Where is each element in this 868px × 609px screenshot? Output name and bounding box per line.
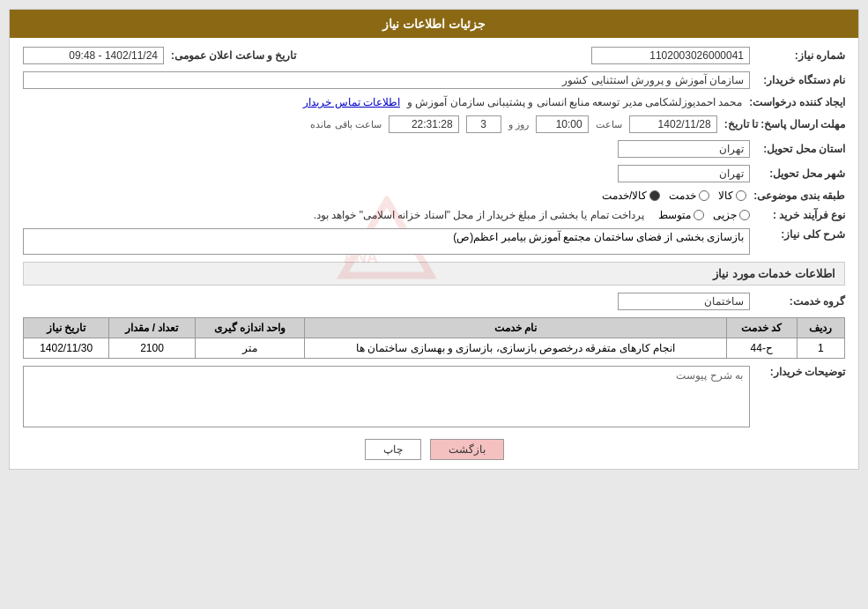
- table-cell-row_num: 1: [797, 338, 844, 359]
- radio-kala-khedmat: [649, 190, 660, 201]
- buyer-notes-container: به شرح پیوست: [23, 366, 750, 430]
- creator-row: ایجاد کننده درخواست: محمد احمدیوزلشکامی …: [23, 96, 845, 108]
- need-number-value: 1102003026000041: [591, 47, 750, 64]
- process-option-jozi: جزیی: [713, 209, 750, 221]
- org-name-label: نام دستگاه خریدار:: [757, 74, 845, 86]
- org-name-value: سازمان آموزش و پرورش استثنایی کشور: [23, 71, 750, 89]
- buyer-notes-row: توضیحات خریدار: به شرح پیوست: [23, 366, 845, 430]
- col-quantity: تعداد / مقدار: [109, 318, 195, 338]
- table-row: 1ح-44انجام کارهای متفرقه درخصوص بازسازی،…: [24, 338, 845, 359]
- table-cell-unit: متر: [195, 338, 305, 359]
- print-button[interactable]: چاپ: [365, 439, 421, 460]
- table-cell-date: 1402/11/30: [24, 338, 109, 359]
- process-row: نوع فرآیند خرید : جزیی متوسط پرداخت تمام…: [23, 209, 845, 221]
- category-options: کالا خدمت کالا/خدمت: [602, 189, 746, 202]
- services-table: ردیف کد خدمت نام خدمت واحد اندازه گیری ت…: [23, 317, 845, 359]
- need-number-label: شماره نیاز:: [757, 49, 845, 62]
- table-cell-quantity: 2100: [109, 338, 195, 359]
- creator-label: ایجاد کننده درخواست:: [749, 96, 845, 108]
- services-section-title: اطلاعات خدمات مورد نیاز: [23, 262, 845, 286]
- deadline-row: مهلت ارسال پاسخ: تا تاریخ: 1402/11/28 سا…: [23, 115, 845, 133]
- creator-value: محمد احمدیوزلشکامی مدیر توسعه منابع انسا…: [407, 96, 742, 108]
- need-desc-container: ANA بازسازی بخشی از فضای ساختمان مجتمع آ…: [23, 228, 750, 255]
- category-option-kala: کالا: [718, 189, 746, 202]
- province-value: تهران: [618, 140, 750, 158]
- process-description: پرداخت تمام یا بخشی از مبلغ خریدار از مح…: [314, 209, 644, 221]
- buyer-notes-label: توضیحات خریدار:: [757, 366, 845, 378]
- deadline-remaining: 22:31:28: [389, 115, 459, 133]
- need-number-row: شماره نیاز: 1102003026000041 تاریخ و ساع…: [23, 47, 845, 64]
- deadline-days: 3: [466, 115, 501, 133]
- process-option-motavasset: متوسط: [658, 209, 704, 221]
- deadline-date: 1402/11/28: [629, 115, 717, 133]
- service-group-row: گروه خدمت: ساختمان: [23, 293, 845, 310]
- deadline-label: مهلت ارسال پاسخ: تا تاریخ:: [724, 118, 845, 130]
- table-cell-service_code: ح-44: [726, 338, 797, 359]
- province-label: استان محل تحویل:: [757, 143, 845, 155]
- radio-jozi: [739, 210, 750, 220]
- deadline-time: 10:00: [536, 115, 589, 133]
- category-label: طبقه بندی موضوعی:: [753, 189, 845, 202]
- col-service-code: کد خدمت: [726, 318, 797, 338]
- need-desc-row: شرح کلی نیاز: ANA بازسازی بخشی از فضای س…: [23, 228, 845, 255]
- radio-kala: [736, 190, 746, 201]
- process-options: جزیی متوسط: [658, 209, 750, 221]
- city-row: شهر محل تحویل: تهران: [23, 165, 845, 182]
- button-area: بازگشت چاپ: [23, 439, 845, 460]
- process-label: نوع فرآیند خرید :: [757, 209, 845, 221]
- announce-date-label: تاریخ و ساعت اعلان عمومی:: [171, 49, 296, 62]
- deadline-remaining-label: ساعت باقی مانده: [310, 119, 381, 130]
- deadline-time-label: ساعت: [596, 119, 622, 130]
- col-service-name: نام خدمت: [305, 318, 727, 338]
- creator-link[interactable]: اطلاعات تماس خریدار: [303, 96, 400, 108]
- need-desc-label: شرح کلی نیاز:: [757, 228, 845, 241]
- col-row-num: ردیف: [797, 318, 844, 338]
- back-button[interactable]: بازگشت: [430, 439, 504, 460]
- service-group-label: گروه خدمت:: [757, 295, 845, 308]
- category-option-khedmat: خدمت: [669, 189, 709, 202]
- category-option-kala-khedmat: کالا/خدمت: [602, 189, 660, 202]
- radio-motavasset: [694, 210, 704, 220]
- city-value: تهران: [618, 165, 750, 182]
- deadline-day-label: روز و: [508, 119, 529, 130]
- need-desc-value: بازسازی بخشی از فضای ساختمان مجتمع آموزش…: [23, 228, 750, 255]
- buyer-notes-input[interactable]: [23, 366, 750, 427]
- page-header: جزئیات اطلاعات نیاز: [10, 10, 858, 38]
- table-cell-service_name: انجام کارهای متفرقه درخصوص بازسازی، بازس…: [305, 338, 727, 359]
- col-unit: واحد اندازه گیری: [195, 318, 305, 338]
- province-row: استان محل تحویل: تهران: [23, 140, 845, 158]
- city-label: شهر محل تحویل:: [757, 167, 845, 180]
- radio-khedmat: [699, 190, 709, 201]
- col-date: تاریخ نیاز: [24, 318, 109, 338]
- announce-date-value: 1402/11/24 - 09:48: [23, 47, 164, 64]
- category-row: طبقه بندی موضوعی: کالا خدمت کالا/خدمت: [23, 189, 845, 202]
- service-group-value: ساختمان: [618, 293, 750, 310]
- org-name-row: نام دستگاه خریدار: سازمان آموزش و پرورش …: [23, 71, 845, 89]
